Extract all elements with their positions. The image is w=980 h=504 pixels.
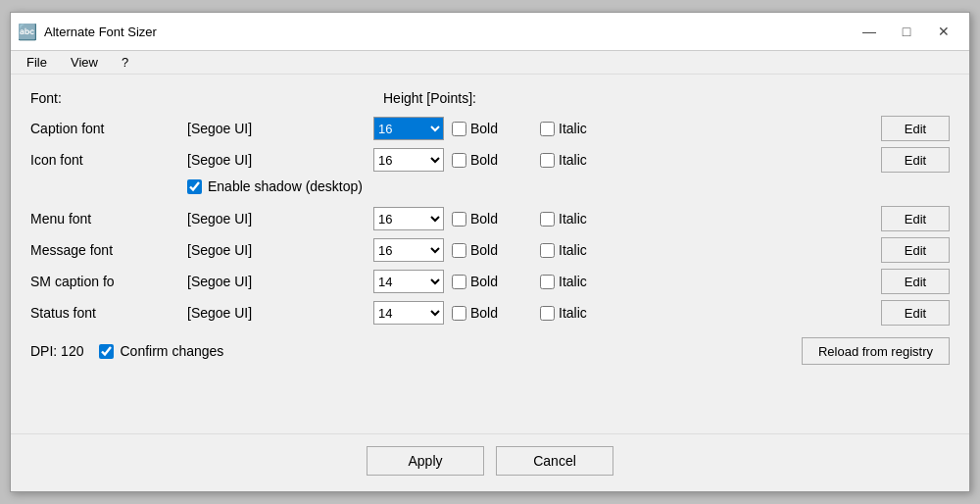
caption-bold-checkbox[interactable] [452,122,466,136]
status-bold-checkbox[interactable] [452,306,466,321]
icon-italic-label: Italic [559,152,587,168]
menu-help[interactable]: ? [114,53,136,72]
dpi-label: DPI: 120 [30,343,83,359]
message-height-select[interactable]: 89101112 14161820 [373,238,444,262]
status-font-name: [Segoe UI] [187,305,373,321]
caption-font-name: [Segoe UI] [187,121,373,136]
icon-italic-group: Italic [540,152,628,168]
caption-bold-label: Bold [470,121,498,136]
message-font-name: [Segoe UI] [187,242,373,258]
cancel-button[interactable]: Cancel [496,446,613,476]
confirm-wrap: Confirm changes [99,343,223,359]
menu-italic-label: Italic [559,211,587,227]
bottom-row: DPI: 120 Confirm changes Reload from reg… [30,337,950,365]
caption-height-wrap: 89101112 14161820 [373,117,452,140]
menu-bold-group: Bold [452,211,540,227]
smcaption-font-label: SM caption fo [30,274,187,289]
status-bold-group: Bold [452,305,540,321]
caption-edit-button[interactable]: Edit [881,116,950,141]
icon-italic-checkbox[interactable] [540,153,555,168]
reload-button[interactable]: Reload from registry [802,337,950,365]
smcaption-height-select[interactable]: 89101112 14161820 [373,270,444,293]
caption-italic-label: Italic [559,121,587,136]
message-edit-button[interactable]: Edit [881,237,950,263]
smcaption-font-row: SM caption fo [Segoe UI] 89101112 141618… [30,269,950,294]
shadow-row: Enable shadow (desktop) [187,178,950,194]
window-title: Alternate Font Sizer [44,25,852,39]
menu-height-wrap: 89101112 14161820 [373,207,452,230]
menu-italic-group: Italic [540,211,628,227]
icon-font-name: [Segoe UI] [187,152,373,168]
smcaption-font-name: [Segoe UI] [187,274,373,289]
menu-italic-checkbox[interactable] [540,212,555,227]
icon-edit-button[interactable]: Edit [881,147,950,173]
menu-height-select[interactable]: 89101112 14161820 [373,207,444,230]
status-bold-label: Bold [470,305,498,321]
menu-font-name: [Segoe UI] [187,211,373,227]
message-height-wrap: 89101112 14161820 [373,238,452,262]
status-height-wrap: 89101112 14161820 [373,301,452,325]
confirm-changes-checkbox[interactable] [99,344,114,359]
icon-bold-checkbox[interactable] [452,153,466,168]
message-italic-checkbox[interactable] [540,243,555,258]
message-italic-label: Italic [559,242,587,258]
smcaption-bold-label: Bold [470,274,498,289]
main-window: 🔤 Alternate Font Sizer — □ ✕ File View ?… [10,12,970,492]
window-controls: — □ ✕ [852,19,961,44]
caption-height-select[interactable]: 89101112 14161820 [373,117,444,140]
menu-file[interactable]: File [19,53,55,72]
smcaption-italic-group: Italic [540,274,628,289]
status-italic-label: Italic [559,305,587,321]
confirm-changes-label: Confirm changes [120,343,223,359]
smcaption-edit-button[interactable]: Edit [881,269,950,294]
app-icon: 🔤 [19,23,36,40]
menu-edit-button[interactable]: Edit [881,206,950,231]
icon-height-wrap: 89101112 14161820 [373,148,452,172]
message-bold-checkbox[interactable] [452,243,466,258]
message-font-label: Message font [30,242,187,258]
status-font-row: Status font [Segoe UI] 89101112 14161820… [30,300,950,326]
status-height-select[interactable]: 89101112 14161820 [373,301,444,325]
content-area: Font: Height [Points]: Caption font [Seg… [11,75,969,433]
message-font-row: Message font [Segoe UI] 89101112 1416182… [30,237,950,263]
icon-height-select[interactable]: 89101112 14161820 [373,148,444,172]
smcaption-height-wrap: 89101112 14161820 [373,270,452,293]
close-button[interactable]: ✕ [926,19,961,44]
smcaption-bold-group: Bold [452,274,540,289]
message-bold-label: Bold [470,242,498,258]
status-font-label: Status font [30,305,187,321]
caption-font-row: Caption font [Segoe UI] 89101112 1416182… [30,116,950,141]
icon-bold-group: Bold [452,152,540,168]
shadow-label: Enable shadow (desktop) [208,178,363,194]
menu-font-row: Menu font [Segoe UI] 89101112 14161820 B… [30,206,950,231]
smcaption-italic-checkbox[interactable] [540,275,555,289]
maximize-button[interactable]: □ [889,19,924,44]
minimize-button[interactable]: — [852,19,887,44]
icon-font-label: Icon font [30,152,187,168]
smcaption-italic-label: Italic [559,274,587,289]
caption-bold-group: Bold [452,121,540,136]
height-column-header: Height [Points]: [373,90,550,106]
caption-font-label: Caption font [30,121,187,136]
column-headers: Font: Height [Points]: [30,90,950,106]
font-column-header: Font: [30,90,187,106]
caption-italic-checkbox[interactable] [540,122,555,136]
message-bold-group: Bold [452,242,540,258]
icon-font-row: Icon font [Segoe UI] 89101112 14161820 B… [30,147,950,173]
menubar: File View ? [11,51,969,75]
menu-font-label: Menu font [30,211,187,227]
smcaption-bold-checkbox[interactable] [452,275,466,289]
icon-bold-label: Bold [470,152,498,168]
message-italic-group: Italic [540,242,628,258]
status-edit-button[interactable]: Edit [881,300,950,326]
status-italic-group: Italic [540,305,628,321]
title-bar: 🔤 Alternate Font Sizer — □ ✕ [11,13,969,51]
action-bar: Apply Cancel [11,433,969,491]
caption-italic-group: Italic [540,121,628,136]
shadow-checkbox[interactable] [187,179,202,194]
apply-button[interactable]: Apply [367,446,484,476]
menu-bold-checkbox[interactable] [452,212,466,227]
menu-bold-label: Bold [470,211,498,227]
status-italic-checkbox[interactable] [540,306,555,321]
menu-view[interactable]: View [63,53,106,72]
